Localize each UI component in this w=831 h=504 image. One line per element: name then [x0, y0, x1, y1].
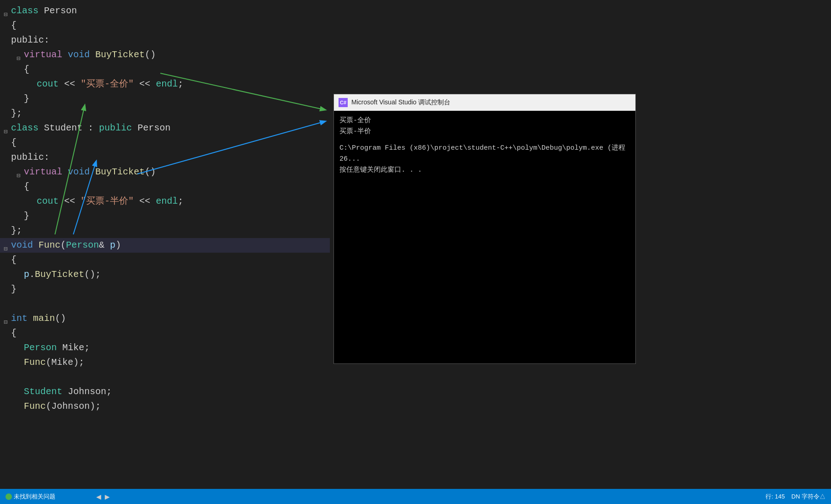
code-line-19: p.BuyTicket();	[0, 267, 330, 282]
code-line-26	[0, 370, 330, 385]
code-line-5: {	[0, 62, 330, 77]
collapse-9[interactable]: ⊟	[4, 125, 11, 132]
console-path: C:\Program Files (x86)\project\student-C…	[339, 143, 630, 165]
code-line-2: {	[0, 18, 330, 33]
code-line-7: }	[0, 92, 330, 106]
console-output-1: 买票-全价	[339, 115, 630, 126]
code-line-3: public:	[0, 33, 330, 48]
collapse-12[interactable]: ⊟	[16, 168, 24, 176]
collapse-22[interactable]: ⊟	[4, 315, 11, 322]
code-line-23: {	[0, 326, 330, 341]
console-title: Microsoft Visual Studio 调试控制台	[351, 98, 450, 107]
editor-area: ⊟ class Person { public: ⊟ virtual void …	[0, 0, 831, 489]
status-icon-green	[5, 493, 12, 500]
code-line-10: {	[0, 135, 330, 150]
nav-buttons: ◀ ▶	[96, 489, 110, 504]
console-output-2: 买票-半价	[339, 126, 630, 137]
code-line-14: cout << "买票-半价" << endl;	[0, 194, 330, 209]
code-line-12: ⊟ virtual void BuyTicket()	[0, 165, 330, 179]
console-titlebar: C# Microsoft Visual Studio 调试控制台	[334, 94, 635, 111]
console-window: C# Microsoft Visual Studio 调试控制台 买票-全价 买…	[333, 94, 636, 364]
position-text: 行: 145	[765, 493, 785, 500]
console-body: 买票-全价 买票-半价 C:\Program Files (x86)\proje…	[334, 111, 635, 180]
code-line-16: };	[0, 223, 330, 238]
nav-right[interactable]: ▶	[105, 492, 110, 502]
code-line-6: cout << "买票-全价" << endl;	[0, 77, 330, 92]
code-line-8: };	[0, 106, 330, 121]
status-bar: 未找到相关问题 ◀ ▶ 行: 145 DN 字符令△	[0, 489, 831, 504]
status-right: 行: 145 DN 字符令△	[765, 493, 826, 501]
code-line-15: }	[0, 209, 330, 223]
code-container: ⊟ class Person { public: ⊟ virtual void …	[0, 0, 330, 489]
code-line-17: ⊟ void Func(Person& p)	[0, 238, 330, 253]
code-line-27: Student Johnson;	[0, 385, 330, 399]
code-line-18: {	[0, 253, 330, 267]
vs-icon: C#	[339, 98, 348, 107]
collapse-17[interactable]: ⊟	[4, 242, 11, 249]
status-text: 未找到相关问题	[14, 493, 55, 501]
code-line-11: public:	[0, 150, 330, 165]
nav-left[interactable]: ◀	[96, 492, 101, 502]
code-line-4: ⊟ virtual void BuyTicket()	[0, 48, 330, 62]
code-line-1: ⊟ class Person	[0, 4, 330, 18]
code-line-24: Person Mike;	[0, 341, 330, 355]
console-prompt: 按任意键关闭此窗口. . .	[339, 165, 630, 176]
code-line-9: ⊟ class Student : public Person	[0, 121, 330, 135]
status-no-issues: 未找到相关问题	[5, 493, 55, 501]
collapse-1[interactable]: ⊟	[4, 7, 11, 15]
code-line-13: {	[0, 179, 330, 194]
code-line-20: }	[0, 282, 330, 297]
code-line-28: Func(Johnson);	[0, 399, 330, 414]
code-line-21	[0, 297, 330, 311]
encoding-text: DN 字符令△	[792, 493, 826, 500]
code-line-22: ⊟ int main()	[0, 311, 330, 326]
collapse-4[interactable]: ⊟	[16, 51, 24, 59]
code-line-25: Func(Mike);	[0, 355, 330, 370]
